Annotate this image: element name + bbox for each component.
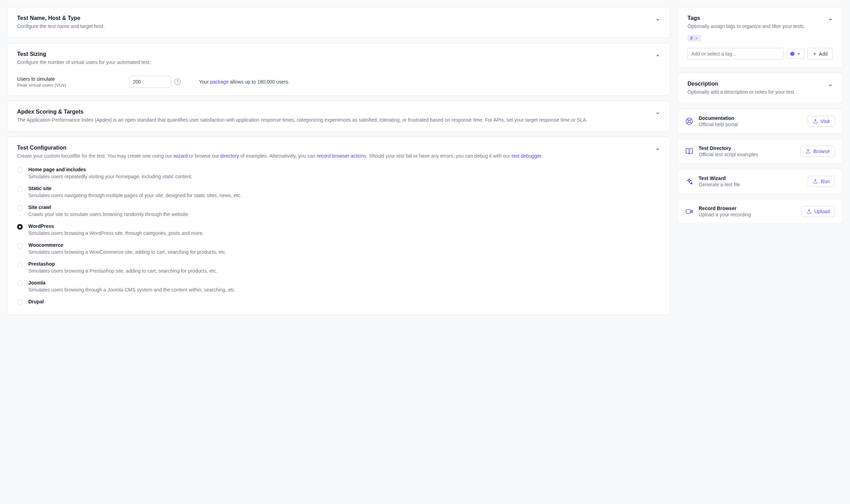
chevron-down-icon (797, 52, 801, 56)
chevron-down-icon (655, 111, 660, 116)
card-tags-title: Tags (687, 15, 805, 21)
users-input[interactable] (129, 76, 171, 88)
card-test-name-header[interactable]: Test Name, Host & Type Configure the tes… (17, 15, 660, 30)
side-item-title: Record Browser (699, 206, 796, 211)
radio-label: Static site (28, 186, 242, 191)
add-tag-button[interactable]: Add (807, 48, 833, 60)
upload-icon (813, 179, 818, 184)
radio-label: Site crawl (28, 204, 189, 210)
package-link[interactable]: package (210, 79, 229, 85)
side-item-title: Test Directory (699, 145, 795, 151)
tag-input[interactable] (687, 48, 784, 60)
card-apdex-header[interactable]: Apdex Scoring & Targets The Application … (17, 109, 660, 124)
book-icon (685, 147, 693, 155)
card-description-title: Description (687, 81, 795, 87)
radio-option-home[interactable]: Home page and includesSimulates users re… (17, 167, 660, 179)
card-description-sub: Optionally add a description or notes fo… (687, 88, 795, 96)
card-test-sizing-sub: Configure the number of virtual users fo… (17, 59, 151, 66)
tag-remove-icon[interactable]: ✕ (695, 36, 698, 41)
card-tags-header[interactable]: Tags Optionally assign tags to organize … (687, 15, 833, 30)
side-item-desc: Official help portal (699, 122, 802, 127)
radio-desc: Simulates users browsing a WooCommerce s… (28, 249, 226, 255)
card-test-sizing-title: Test Sizing (17, 51, 151, 57)
directory-link[interactable]: directory (220, 153, 239, 159)
radio-desc: Simulates users repeatedly visiting your… (28, 174, 193, 179)
svg-rect-11 (686, 210, 691, 214)
tag-chip[interactable]: lf ✕ (687, 35, 701, 42)
card-test-sizing-header[interactable]: Test Sizing Configure the number of virt… (17, 51, 660, 66)
side-item-test-directory: Test DirectoryOfficial test script examp… (677, 139, 843, 164)
upload-icon (806, 149, 811, 154)
chevron-up-icon (828, 17, 833, 22)
package-line: Your package allows up to 180,000 users. (199, 79, 660, 85)
radio-label: Woocommerce (28, 242, 226, 248)
wizard-link[interactable]: wizard (173, 153, 187, 159)
browse-button[interactable]: Browse (800, 146, 835, 157)
upload-button[interactable]: Upload (801, 206, 835, 217)
radio-indicator (17, 262, 23, 267)
radio-label: Prestashop (28, 261, 217, 267)
radio-option-drupal[interactable]: Drupal (17, 299, 660, 305)
side-item-desc: Generate a test file (699, 182, 802, 187)
side-item-title: Test Wizard (699, 175, 802, 181)
svg-line-6 (690, 119, 692, 121)
radio-option-prestashop[interactable]: PrestashopSimulates users browsing a Pre… (17, 261, 660, 274)
card-tags: Tags Optionally assign tags to organize … (677, 7, 843, 68)
radio-option-wordpress[interactable]: WordPressSimulates users browsing a Word… (17, 223, 660, 236)
radio-indicator (17, 205, 23, 211)
radio-desc: Simulates users navigating through multi… (28, 193, 242, 198)
card-config-sub: Create your custom locustfile for the te… (17, 152, 648, 160)
radio-option-crawl[interactable]: Site crawlCrawls your site to simulate u… (17, 204, 660, 217)
svg-line-7 (687, 122, 689, 124)
users-sub: Peak virtual users (VUs) (17, 82, 122, 88)
card-apdex-sub: The Application Performance Index (Apdex… (17, 116, 648, 124)
run-button[interactable]: Run (808, 176, 835, 187)
radio-desc: Crawls your site to simulate users brows… (28, 211, 189, 217)
radio-option-woo[interactable]: WoocommerceSimulates users browsing a Wo… (17, 242, 660, 255)
life-icon (685, 117, 693, 125)
main-column: Test Name, Host & Type Configure the tes… (7, 7, 670, 315)
radio-indicator (17, 281, 23, 286)
config-radio-list: Home page and includesSimulates users re… (17, 167, 660, 305)
svg-point-3 (688, 120, 690, 122)
card-apdex-title: Apdex Scoring & Targets (17, 109, 648, 115)
radio-label: Joomla (28, 280, 236, 286)
tag-color-select[interactable] (786, 49, 805, 59)
radio-indicator (17, 224, 23, 230)
visit-button[interactable]: Visit (808, 116, 835, 127)
radio-label: Drupal (28, 299, 44, 304)
radio-desc: Simulates users browsing a WordPress sit… (28, 230, 204, 236)
upload-icon (807, 209, 812, 214)
radio-label: WordPress (28, 223, 204, 229)
tag-chip-label: lf (690, 36, 693, 41)
chevron-down-icon (828, 83, 833, 88)
help-icon[interactable]: ? (174, 79, 181, 85)
side-column: Tags Optionally assign tags to organize … (677, 7, 843, 315)
debugger-link[interactable]: test debugger (512, 153, 541, 159)
card-config-header[interactable]: Test Configuration Create your custom lo… (17, 145, 660, 160)
upload-icon (813, 119, 818, 124)
radio-option-static[interactable]: Static siteSimulates users navigating th… (17, 186, 660, 198)
side-item-desc: Upload a your recording (699, 212, 796, 217)
radio-desc: Simulates users browsing a Prestashop si… (28, 268, 217, 274)
tag-color-dot (790, 52, 794, 56)
radio-label: Home page and includes (28, 167, 193, 172)
users-label: Users to simulate (17, 76, 122, 82)
card-description-header[interactable]: Description Optionally add a description… (687, 81, 833, 96)
radio-indicator (17, 186, 23, 192)
card-test-name-sub: Configure the test name and target host. (17, 23, 105, 30)
card-apdex: Apdex Scoring & Targets The Application … (7, 101, 670, 132)
radio-indicator (17, 243, 23, 249)
side-item-documentation: DocumentationOfficial help portalVisit (677, 109, 843, 134)
side-item-title: Documentation (699, 115, 802, 121)
radio-option-joomla[interactable]: JoomlaSimulates users browsing through a… (17, 280, 660, 293)
video-icon (685, 208, 693, 215)
sparkle-icon (685, 178, 693, 185)
side-item-desc: Official test script examples (699, 152, 795, 157)
record-link[interactable]: record browser actions (317, 153, 366, 159)
chevron-up-icon (655, 53, 660, 58)
chevron-up-icon (655, 147, 660, 152)
radio-desc: Simulates users browsing through a Jooml… (28, 287, 236, 293)
side-item-record-browser: Record BrowserUpload a your recordingUpl… (677, 199, 843, 224)
chevron-down-icon (655, 17, 660, 22)
